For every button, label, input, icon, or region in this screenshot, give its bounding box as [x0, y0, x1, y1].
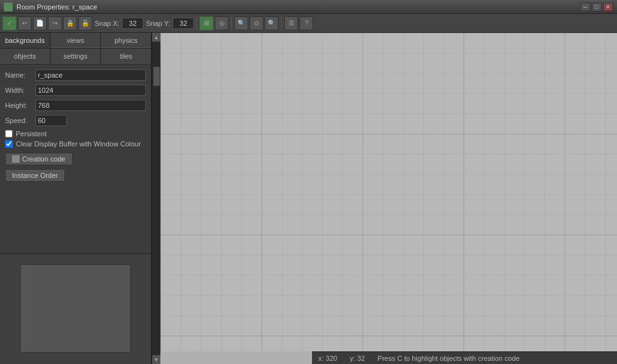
left-panel: backgrounds views physics objects settin…: [0, 33, 152, 364]
restore-button[interactable]: □: [592, 3, 602, 11]
mini-preview-inner: [20, 264, 131, 353]
tab-objects[interactable]: objects: [0, 49, 51, 64]
left-scrollbar[interactable]: ▲ ▼: [152, 33, 160, 364]
creation-code-icon: [12, 155, 20, 163]
scroll-up-arrow[interactable]: ▲: [152, 33, 161, 42]
redo-button[interactable]: ↪: [48, 16, 62, 30]
lock2-button[interactable]: 🔓: [78, 16, 92, 30]
persistent-label: Persistent: [16, 130, 47, 138]
snap-x-input[interactable]: [122, 18, 143, 29]
clear-buffer-row: Clear Display Buffer with Window Colour: [5, 140, 146, 148]
grid-button[interactable]: ⊞: [200, 16, 213, 30]
status-bar: x: 320 y: 32 Press C to highlight object…: [312, 351, 617, 364]
snap-y-label: Snap Y:: [146, 20, 170, 27]
list-button[interactable]: ☰: [284, 16, 298, 30]
separator-1: [196, 17, 197, 30]
zoom-in-button[interactable]: 🔍: [265, 16, 279, 30]
main-layout: backgrounds views physics objects settin…: [0, 33, 617, 364]
width-label: Width:: [5, 86, 35, 94]
snap-x-label: Snap X:: [95, 20, 119, 27]
creation-code-button[interactable]: Creation code: [5, 153, 73, 165]
app-icon: [4, 3, 13, 11]
tab-row-2: objects settings tiles: [0, 49, 151, 64]
minimize-button[interactable]: ─: [580, 3, 590, 11]
new-button[interactable]: 📄: [33, 16, 47, 30]
scroll-thumb[interactable]: [153, 67, 160, 86]
separator-3: [281, 17, 282, 30]
y-coord: y: 32: [350, 355, 365, 362]
name-label: Name:: [5, 71, 35, 79]
name-row: Name:: [5, 69, 146, 81]
height-input[interactable]: [35, 100, 146, 111]
tab-backgrounds[interactable]: backgrounds: [0, 33, 51, 48]
height-label: Height:: [5, 102, 35, 109]
instance-order-button[interactable]: Instance Order: [5, 169, 65, 182]
mini-preview: [0, 254, 151, 364]
persistent-row: Persistent: [5, 130, 146, 138]
title-bar: Room Properties: r_space ─ □ ✕: [0, 0, 617, 14]
clear-buffer-label: Clear Display Buffer with Window Colour: [16, 140, 141, 148]
tab-settings[interactable]: settings: [51, 49, 101, 64]
zoom-out-button[interactable]: 🔍: [234, 16, 248, 30]
tab-physics[interactable]: physics: [101, 33, 151, 48]
scroll-down-arrow[interactable]: ▼: [152, 355, 161, 364]
name-input[interactable]: [35, 69, 146, 81]
snap-y-input[interactable]: [172, 18, 194, 29]
tab-tiles[interactable]: tiles: [101, 49, 151, 64]
close-button[interactable]: ✕: [603, 3, 613, 11]
speed-input[interactable]: [35, 115, 67, 126]
lock-button[interactable]: 🔒: [63, 16, 77, 30]
status-hint: Press C to highlight objects with creati…: [378, 355, 520, 362]
grid-svg: [160, 33, 617, 351]
circle-button[interactable]: ◎: [215, 16, 229, 30]
canvas-area[interactable]: x: 320 y: 32 Press C to highlight object…: [160, 33, 617, 364]
speed-label: Speed:: [5, 117, 35, 124]
toolbar: ✓ ↩ 📄 ↪ 🔒 🔓 Snap X: Snap Y: ⊞ ◎ 🔍 ⊙ 🔍 ☰ …: [0, 14, 617, 33]
width-input[interactable]: [35, 85, 146, 96]
speed-row: Speed:: [5, 115, 146, 126]
form-area: Name: Width: Height: Speed: Persistent: [0, 64, 151, 254]
zoom-reset-button[interactable]: ⊙: [249, 16, 263, 30]
tab-views[interactable]: views: [51, 33, 101, 48]
clear-buffer-checkbox[interactable]: [5, 140, 13, 148]
scroll-track[interactable]: [152, 42, 160, 355]
width-row: Width:: [5, 85, 146, 96]
x-coord: x: 320: [318, 355, 337, 362]
svg-rect-2: [160, 33, 617, 351]
undo-button[interactable]: ↩: [18, 16, 32, 30]
tab-row-1: backgrounds views physics: [0, 33, 151, 49]
persistent-checkbox[interactable]: [5, 130, 13, 138]
confirm-button[interactable]: ✓: [3, 16, 16, 30]
height-row: Height:: [5, 100, 146, 111]
separator-2: [231, 17, 232, 30]
title-text: Room Properties: r_space: [16, 3, 579, 11]
help-button[interactable]: ?: [299, 16, 313, 30]
